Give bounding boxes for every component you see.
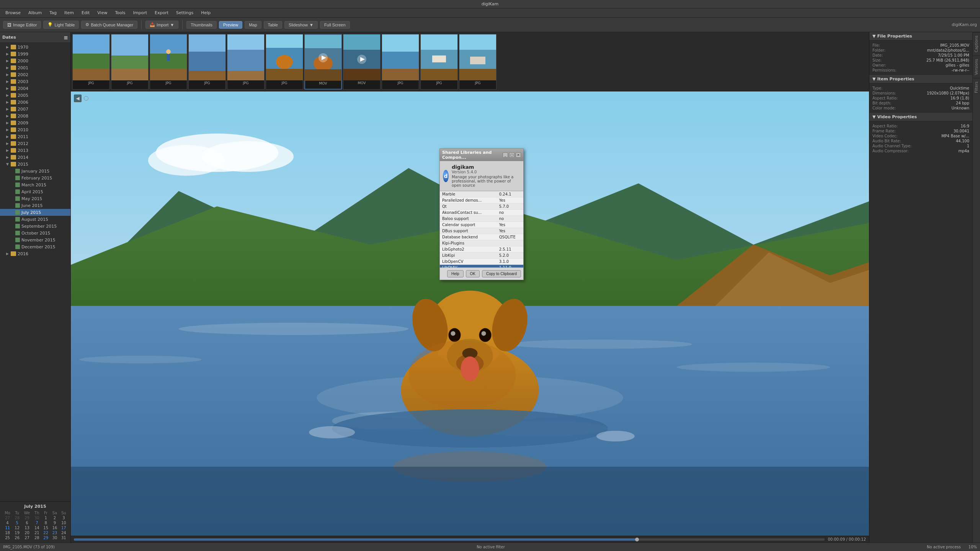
- thumbnail-11[interactable]: JPG: [459, 34, 497, 90]
- menu-item[interactable]: Item: [61, 10, 77, 16]
- light-table-button[interactable]: 💡 Light Table: [43, 21, 79, 29]
- tree-item-2007[interactable]: ▶ 2007: [0, 106, 70, 112]
- cal-day-15[interactable]: 15: [41, 525, 50, 530]
- cal-day-28[interactable]: 28: [33, 535, 41, 540]
- cal-day-8[interactable]: 8: [41, 520, 50, 525]
- menu-tag[interactable]: Tag: [46, 10, 60, 16]
- cal-day-23[interactable]: 23: [50, 530, 59, 535]
- copy-clipboard-button[interactable]: Copy to Clipboard: [482, 270, 521, 277]
- thumbnail-1[interactable]: JPG: [72, 34, 110, 90]
- tree-item-dec-2015[interactable]: ▶ December 2015: [0, 243, 70, 250]
- menu-help[interactable]: Help: [198, 10, 214, 16]
- tab-captions[interactable]: Captions: [973, 32, 980, 55]
- table-row-libqtav[interactable]: LibQtAV 1.11.0: [440, 265, 523, 268]
- import-button[interactable]: 📥 Import ▼: [145, 21, 178, 29]
- cal-day-9[interactable]: 9: [50, 520, 59, 525]
- cal-day-18[interactable]: 18: [2, 530, 13, 535]
- table-row-calendar[interactable]: Calendar support Yes: [440, 222, 523, 228]
- cal-day-28prev[interactable]: 28: [13, 515, 21, 520]
- cal-day-27[interactable]: 27: [21, 535, 32, 540]
- cal-day-3[interactable]: 3: [59, 515, 68, 520]
- cal-day-29[interactable]: 29: [41, 535, 50, 540]
- prev-button[interactable]: ◀: [74, 95, 82, 102]
- cal-day-5[interactable]: 5: [13, 520, 21, 525]
- help-button[interactable]: Help: [447, 270, 464, 277]
- tree-item-2016[interactable]: ▶ 2016: [0, 250, 70, 257]
- cal-day-11[interactable]: 11: [2, 525, 13, 530]
- thumbnail-3[interactable]: JPG: [150, 34, 187, 90]
- cal-day-27prev[interactable]: 27: [2, 515, 13, 520]
- thumbnail-strip[interactable]: JPG JPG: [71, 32, 869, 91]
- table-row-libgphoto[interactable]: LibGphoto2 2.5.11: [440, 246, 523, 253]
- menu-view[interactable]: View: [94, 10, 110, 16]
- tree-item-2013[interactable]: ▶ 2013: [0, 147, 70, 154]
- table-button[interactable]: Table: [264, 21, 282, 29]
- cal-day-17[interactable]: 17: [59, 525, 68, 530]
- cal-day-30[interactable]: 30: [50, 535, 59, 540]
- menu-export[interactable]: Export: [152, 10, 172, 16]
- menu-edit[interactable]: Edit: [78, 10, 93, 16]
- menu-settings[interactable]: Settings: [173, 10, 196, 16]
- cal-day-2[interactable]: 2: [50, 515, 59, 520]
- thumbnail-6[interactable]: JPG: [266, 34, 303, 90]
- tree-item-2015[interactable]: ▼ 2015: [0, 161, 70, 168]
- tree-item-2000[interactable]: ▶ 2000: [0, 57, 70, 64]
- progress-thumb[interactable]: [635, 538, 639, 541]
- tree-item-2004[interactable]: ▶ 2004: [0, 85, 70, 92]
- tree-item-2005[interactable]: ▶ 2005: [0, 92, 70, 99]
- tree-item-jan-2015[interactable]: ▶ January 2015: [0, 168, 70, 174]
- fullscreen-button[interactable]: Full Screen: [320, 21, 350, 29]
- table-row-qt[interactable]: Qt 5.7.0: [440, 204, 523, 210]
- map-button[interactable]: Map: [245, 21, 261, 29]
- table-row-dbus[interactable]: DBus support Yes: [440, 228, 523, 234]
- dialog-maximize-button[interactable]: □: [509, 152, 514, 158]
- cal-day-10[interactable]: 10: [59, 520, 68, 525]
- preview-button[interactable]: Preview: [219, 21, 242, 29]
- menu-album[interactable]: Album: [25, 10, 45, 16]
- cal-day-25[interactable]: 25: [2, 535, 13, 540]
- table-row-baloo[interactable]: Baloo support no: [440, 216, 523, 222]
- tree-item-2006[interactable]: ▶ 2006: [0, 99, 70, 106]
- cal-day-4[interactable]: 4: [2, 520, 13, 525]
- ok-button[interactable]: OK: [466, 270, 480, 277]
- tab-versions[interactable]: Versions: [973, 55, 980, 78]
- thumbnail-2[interactable]: JPG: [111, 34, 149, 90]
- tree-item-1999[interactable]: ▶ 1999: [0, 51, 70, 57]
- tree-item-jun-2015[interactable]: ▶ June 2015: [0, 202, 70, 209]
- tree-item-apr-2015[interactable]: ▶ April 2015: [0, 188, 70, 195]
- cal-day-12[interactable]: 12: [13, 525, 21, 530]
- slideshow-button[interactable]: Slideshow ▼: [284, 21, 318, 29]
- cal-day-20[interactable]: 20: [21, 530, 32, 535]
- cal-day-21[interactable]: 21: [33, 530, 41, 535]
- table-row-database[interactable]: Database backend QSQLITE: [440, 234, 523, 240]
- cal-day-1[interactable]: 1: [41, 515, 50, 520]
- cal-day-30prev[interactable]: 30: [33, 515, 41, 520]
- tree-item-feb-2015[interactable]: ▶ February 2015: [0, 174, 70, 181]
- cal-day-24[interactable]: 24: [59, 530, 68, 535]
- cal-day-6[interactable]: 6: [21, 520, 32, 525]
- tree-item-aug-2015[interactable]: ▶ August 2015: [0, 216, 70, 223]
- cal-day-7[interactable]: 7: [33, 520, 41, 525]
- tree-item-jul-2015[interactable]: ▶ July 2015: [0, 209, 70, 216]
- table-row-kipi[interactable]: Kipi-Plugins: [440, 240, 523, 246]
- thumbnail-7[interactable]: MOV: [304, 34, 342, 90]
- thumbnails-button[interactable]: Thumbnails: [186, 21, 217, 29]
- cal-day-29prev[interactable]: 29: [21, 515, 32, 520]
- cal-day-31[interactable]: 31: [59, 535, 68, 540]
- tree-item-2014[interactable]: ▶ 2014: [0, 154, 70, 161]
- dialog-table-wrapper[interactable]: Marble 0.24.1 Parallelized demos... Yes …: [440, 191, 523, 267]
- dialog-minimize-button[interactable]: _: [503, 152, 508, 158]
- tree-item-mar-2015[interactable]: ▶ March 2015: [0, 181, 70, 188]
- tree-item-2001[interactable]: ▶ 2001: [0, 64, 70, 71]
- tree-item-2011[interactable]: ▶ 2011: [0, 133, 70, 140]
- cal-day-13[interactable]: 13: [21, 525, 32, 530]
- tree-item-2008[interactable]: ▶ 2008: [0, 112, 70, 119]
- tree-item-2003[interactable]: ▶ 2003: [0, 78, 70, 85]
- thumbnail-5[interactable]: JPG: [227, 34, 265, 90]
- progress-track[interactable]: [74, 538, 825, 541]
- cal-day-14[interactable]: 14: [33, 525, 41, 530]
- date-tree[interactable]: ▶ 1970 ▶ 1999 ▶ 2000 ▶ 2001 ▶: [0, 43, 70, 501]
- thumbnail-4[interactable]: JPG: [188, 34, 226, 90]
- batch-queue-button[interactable]: ⚙ Batch Queue Manager: [81, 21, 137, 29]
- dates-collapse-icon[interactable]: ≡: [64, 34, 68, 41]
